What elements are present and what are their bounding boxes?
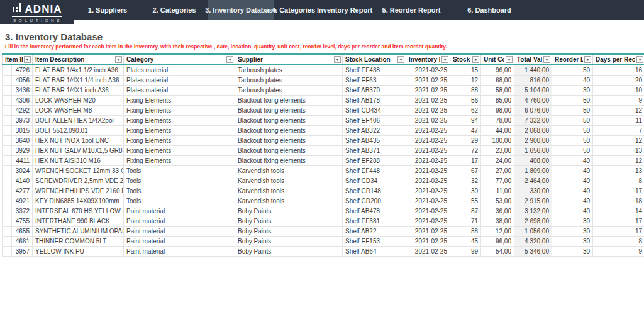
- cell-supplier[interactable]: Karvendish tools: [235, 196, 343, 206]
- cell-supplier[interactable]: Tarboush plates: [235, 86, 343, 96]
- cell-supplier[interactable]: Boby Paints: [235, 227, 343, 237]
- cell-days-per-reorder[interactable]: 20: [593, 76, 644, 86]
- cell-total-value[interactable]: 2 068,00: [514, 126, 552, 136]
- filter-dropdown-icon[interactable]: ▾: [506, 56, 513, 63]
- cell-stock-location[interactable]: Shelf AB178: [343, 96, 406, 106]
- cell-stock-qty[interactable]: 88: [450, 86, 481, 96]
- cell-reorder-level[interactable]: 40: [552, 186, 593, 196]
- cell-reorder-level[interactable]: 50: [552, 126, 593, 136]
- cell-days-per-reorder[interactable]: 8: [593, 237, 644, 247]
- cell-stock-location[interactable]: Shelf CD148: [343, 186, 406, 196]
- cell-inventory-date[interactable]: 2021-02-25: [406, 216, 450, 227]
- cell-inventory-date[interactable]: 2021-02-25: [406, 186, 450, 196]
- row-gutter-cell[interactable]: [3, 206, 12, 216]
- cell-item-id[interactable]: 3024: [12, 166, 33, 176]
- cell-item-description[interactable]: YELLOW INK PU: [33, 247, 124, 257]
- cell-stock-qty[interactable]: 55: [450, 196, 481, 206]
- row-gutter-cell[interactable]: [3, 156, 12, 166]
- cell-total-value[interactable]: 1 440,00: [514, 65, 552, 76]
- cell-item-id[interactable]: 3957: [12, 247, 33, 257]
- cell-days-per-reorder[interactable]: 9: [593, 247, 644, 257]
- cell-total-value[interactable]: 330,00: [514, 186, 552, 196]
- cell-unit-cost[interactable]: 78,00: [481, 116, 514, 126]
- cell-total-value[interactable]: 7 332,00: [514, 116, 552, 126]
- cell-days-per-reorder[interactable]: 17: [593, 186, 644, 196]
- cell-reorder-level[interactable]: 40: [552, 176, 593, 186]
- cell-item-description[interactable]: FLAT BAR 1/4X1.1/4 inch A36: [33, 76, 124, 86]
- cell-category[interactable]: Paint material: [124, 206, 235, 216]
- cell-stock-location[interactable]: Shelf EF438: [343, 65, 406, 76]
- cell-stock-qty[interactable]: 30: [450, 186, 481, 196]
- filter-dropdown-icon[interactable]: ▾: [543, 56, 550, 63]
- cell-supplier[interactable]: Blackout fixing elements: [235, 106, 343, 116]
- row-gutter-cell[interactable]: [3, 76, 12, 86]
- cell-stock-qty[interactable]: 67: [450, 166, 481, 176]
- cell-reorder-level[interactable]: 50: [552, 65, 593, 76]
- cell-stock-location[interactable]: Shelf AB435: [343, 136, 406, 146]
- cell-category[interactable]: Fixing Elements: [124, 116, 235, 126]
- cell-total-value[interactable]: 6 076,00: [514, 106, 552, 116]
- cell-reorder-level[interactable]: 50: [552, 106, 593, 116]
- cell-unit-cost[interactable]: 12,00: [481, 227, 514, 237]
- cell-item-id[interactable]: 4655: [12, 227, 33, 237]
- cell-item-description[interactable]: THINNER COMMON 5LT: [33, 237, 124, 247]
- nav-tab-active[interactable]: 3. Inventory Database: [208, 0, 274, 20]
- cell-supplier[interactable]: Karvendish tools: [235, 176, 343, 186]
- cell-supplier[interactable]: Karvendish tools: [235, 186, 343, 196]
- row-gutter-cell[interactable]: [3, 196, 12, 206]
- cell-item-description[interactable]: KEY DIN6885 14X09X100mm: [33, 196, 124, 206]
- cell-inventory-date[interactable]: 2021-02-25: [406, 227, 450, 237]
- cell-stock-qty[interactable]: 15: [450, 65, 481, 76]
- cell-item-id[interactable]: 4921: [12, 196, 33, 206]
- cell-stock-location[interactable]: Shelf CD200: [343, 196, 406, 206]
- cell-item-description[interactable]: INTERSEAL 670 HS YELLOW SAFETY: [33, 206, 124, 216]
- cell-days-per-reorder[interactable]: 13: [593, 146, 644, 156]
- cell-item-id[interactable]: 3973: [12, 116, 33, 126]
- row-gutter-cell[interactable]: [3, 106, 12, 116]
- cell-inventory-date[interactable]: 2021-02-25: [406, 237, 450, 247]
- cell-stock-location[interactable]: Shelf AB370: [343, 86, 406, 96]
- cell-days-per-reorder[interactable]: 10: [593, 86, 644, 96]
- cell-stock-location[interactable]: Shelf CD34: [343, 176, 406, 186]
- cell-stock-qty[interactable]: 72: [450, 146, 481, 156]
- cell-category[interactable]: Plates material: [124, 76, 235, 86]
- cell-total-value[interactable]: 4 760,00: [514, 96, 552, 106]
- cell-category[interactable]: Fixing Elements: [124, 146, 235, 156]
- cell-reorder-level[interactable]: 50: [552, 136, 593, 146]
- cell-total-value[interactable]: 816,00: [514, 76, 552, 86]
- cell-supplier[interactable]: Boby Paints: [235, 247, 343, 257]
- cell-unit-cost[interactable]: 85,00: [481, 96, 514, 106]
- cell-item-id[interactable]: 3640: [12, 136, 33, 146]
- cell-stock-location[interactable]: Shelf CD434: [343, 106, 406, 116]
- cell-supplier[interactable]: Boby Paints: [235, 206, 343, 216]
- cell-item-id[interactable]: 4411: [12, 156, 33, 166]
- cell-unit-cost[interactable]: 36,00: [481, 206, 514, 216]
- cell-unit-cost[interactable]: 23,00: [481, 146, 514, 156]
- cell-inventory-date[interactable]: 2021-02-25: [406, 176, 450, 186]
- cell-stock-location[interactable]: Shelf AB22: [343, 227, 406, 237]
- cell-total-value[interactable]: 5 104,00: [514, 86, 552, 96]
- cell-days-per-reorder[interactable]: 12: [593, 156, 644, 166]
- cell-reorder-level[interactable]: 30: [552, 237, 593, 247]
- row-gutter-cell[interactable]: [3, 216, 12, 227]
- cell-supplier[interactable]: Tarboush plates: [235, 76, 343, 86]
- cell-stock-qty[interactable]: 32: [450, 176, 481, 186]
- cell-days-per-reorder[interactable]: 16: [593, 65, 644, 76]
- cell-item-description[interactable]: SYNTHETIC ALUMINIUM OPALECENTE: [33, 227, 124, 237]
- cell-reorder-level[interactable]: 30: [552, 86, 593, 96]
- cell-item-id[interactable]: 4726: [12, 65, 33, 76]
- cell-stock-location[interactable]: Shelf AB322: [343, 126, 406, 136]
- cell-unit-cost[interactable]: 96,00: [481, 237, 514, 247]
- cell-supplier[interactable]: Blackout fixing elements: [235, 96, 343, 106]
- filter-dropdown-icon[interactable]: ▾: [334, 56, 341, 63]
- cell-unit-cost[interactable]: 96,00: [481, 65, 514, 76]
- filter-dropdown-icon[interactable]: ▾: [472, 56, 479, 63]
- cell-total-value[interactable]: 5 346,00: [514, 247, 552, 257]
- cell-category[interactable]: Tools: [124, 176, 235, 186]
- cell-category[interactable]: Paint material: [124, 227, 235, 237]
- cell-inventory-date[interactable]: 2021-02-25: [406, 136, 450, 146]
- cell-total-value[interactable]: 1 809,00: [514, 166, 552, 176]
- cell-supplier[interactable]: Blackout fixing elements: [235, 156, 343, 166]
- cell-days-per-reorder[interactable]: 9: [593, 96, 644, 106]
- cell-stock-location[interactable]: Shelf EF63: [343, 76, 406, 86]
